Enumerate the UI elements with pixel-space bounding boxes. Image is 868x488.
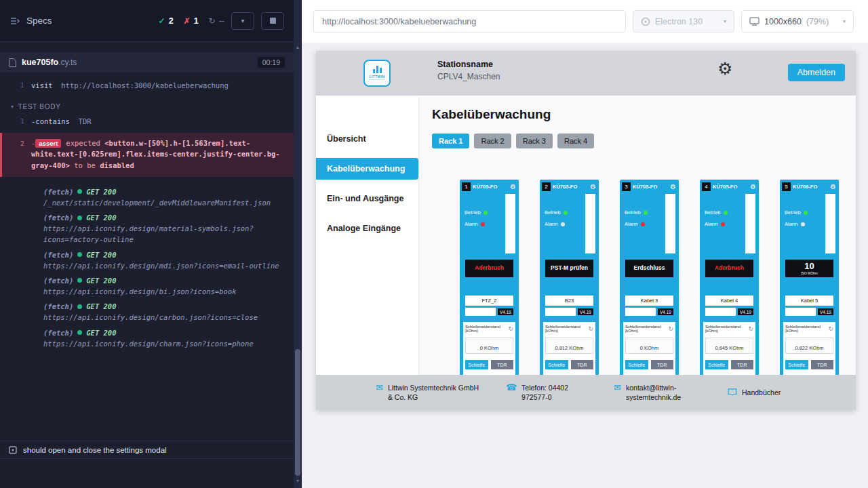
sidebar-item[interactable]: Kabelüberwachung (316, 158, 418, 180)
runner-scrollbar[interactable]: ▲ ▼ (294, 0, 302, 488)
runner-header: Specs ✓2 ✗1 ↻-- ▾ (0, 0, 294, 42)
betrieb-led (484, 211, 488, 215)
scroll-down-arrow[interactable]: ▼ (294, 479, 302, 483)
collapse-button[interactable]: ▾ (231, 12, 254, 30)
sidebar-item[interactable]: Übersicht (316, 128, 418, 150)
scroll-up-arrow[interactable]: ▲ (294, 45, 302, 49)
refresh-icon[interactable]: ↻ (508, 326, 513, 332)
rack-tab[interactable]: Rack 2 (474, 134, 511, 148)
tdr-button[interactable]: TDR (571, 360, 594, 369)
visit-command-row[interactable]: 1 visit http://localhost:3000/kabelueber… (0, 78, 294, 93)
sidebar-item[interactable]: Ein- und Ausgänge (316, 188, 418, 209)
scrollbar-thumb[interactable] (295, 349, 300, 476)
rack-tab[interactable]: Rack 4 (557, 134, 594, 148)
refresh-icon[interactable]: ↻ (588, 326, 593, 332)
cable-module-card: 5 KÜ706-FO ⚙ Betrieb Alarm (780, 180, 839, 375)
aux-field (465, 308, 496, 316)
tdr-button[interactable]: TDR (731, 360, 754, 369)
specs-list-icon[interactable] (9, 16, 20, 26)
module-gear-icon[interactable]: ⚙ (510, 184, 516, 190)
resistance-label: Schleifenwiderstand [kOhm] (785, 325, 828, 333)
rack-tab[interactable]: Rack 1 (432, 134, 469, 148)
rack-tab[interactable]: Rack 3 (516, 134, 553, 148)
tdr-button[interactable]: TDR (491, 360, 514, 369)
pending-count: ↻-- (209, 16, 224, 26)
module-gear-icon[interactable]: ⚙ (830, 184, 836, 190)
station-value: CPLV4_Maschen (437, 72, 500, 81)
fetch-log-row[interactable]: (fetch) GET 200 https://api.iconify.desi… (0, 297, 294, 323)
logout-button[interactable]: Abmelden (788, 64, 845, 81)
footer-item[interactable]: ✉ kontakt@littwin-systemtechnik.de (614, 383, 703, 402)
fetch-log-row[interactable]: (fetch) GET 200 https://api.iconify.desi… (0, 245, 294, 271)
firmware-version: V4.19 (578, 308, 593, 315)
tdr-button[interactable]: TDR (811, 360, 834, 369)
failed-count: ✗1 (184, 16, 199, 26)
fetch-url: https://api.iconify.design/material-symb… (43, 223, 283, 245)
next-test-row[interactable]: should open and close the settings modal (0, 441, 294, 459)
status-display: Aderbruch (465, 260, 513, 277)
browser-selector[interactable]: Electron 130 ▾ (633, 10, 734, 33)
schleife-button[interactable]: Schleife (465, 360, 488, 369)
refresh-icon[interactable]: ↻ (828, 326, 833, 332)
module-gear-icon[interactable]: ⚙ (750, 184, 756, 190)
assert-badge: assert (35, 139, 61, 148)
status-display: Erdschluss (625, 260, 673, 277)
module-gear-icon[interactable]: ⚙ (670, 184, 676, 190)
phone-icon: ☎ (506, 383, 517, 392)
spec-header[interactable]: kue705fo.cy.ts 00:19 (0, 52, 294, 73)
command-number: 1 (20, 116, 31, 127)
footer-item[interactable]: Handbücher (728, 388, 781, 397)
test-body-section[interactable]: ▾ TEST BODY (0, 100, 294, 114)
cable-name-field[interactable]: Kabel 4 (705, 296, 753, 306)
aux-field (545, 308, 576, 316)
fetch-url: https://api.iconify.design/charm.json?ic… (43, 338, 283, 349)
contains-command-row[interactable]: 1 -contains TDR (0, 114, 294, 129)
command-log[interactable]: 1 visit http://localhost:3000/kabelueber… (0, 76, 294, 441)
tdr-button[interactable]: TDR (651, 360, 674, 369)
fetch-status: GET 200 (86, 329, 116, 337)
stop-button[interactable] (261, 12, 284, 30)
specs-label[interactable]: Specs (26, 16, 52, 26)
rack-tab-label: Rack 2 (481, 137, 504, 145)
fetch-log-row[interactable]: (fetch) GET 200 https://api.iconify.desi… (0, 271, 294, 297)
viewport-size-selector[interactable]: 1000x660 (79%) ▾ (741, 10, 854, 33)
app-footer: ✉ Littwin Systemtechnik GmbH & Co. KG ☎ … (316, 375, 856, 410)
resistance-panel: Schleifenwiderstand [kOhm] ↻ 0 KOhm Schl… (463, 322, 515, 375)
spec-name: kue705fo.cy.ts (22, 58, 77, 67)
footer-item[interactable]: ✉ Littwin Systemtechnik GmbH & Co. KG (376, 383, 481, 402)
status-display: Aderbruch (705, 260, 753, 277)
cable-name-field[interactable]: Kabel 3 (625, 296, 673, 306)
module-model: KÜ706-FO (793, 184, 817, 190)
failed-assert-row[interactable]: 2 -assertexpected <button.w-[50%].h-[1.5… (0, 133, 294, 177)
module-number: 1 (462, 182, 471, 191)
schleife-button[interactable]: Schleife (705, 360, 728, 369)
viewport-zoom: (79%) (806, 17, 829, 26)
cable-name-field[interactable]: FTZ_2 (465, 296, 513, 306)
schleife-button[interactable]: Schleife (785, 360, 808, 369)
module-gear-icon[interactable]: ⚙ (590, 184, 596, 190)
fetch-status: GET 200 (86, 251, 116, 259)
status-ok-dot (77, 216, 82, 220)
resistance-panel: Schleifenwiderstand [kOhm] ↻ 0.812 KOhm … (543, 322, 595, 375)
footer-item[interactable]: ☎ Telefon: 04402 972577-0 (506, 383, 589, 402)
fetch-tag: (fetch) (43, 188, 73, 196)
settings-gear-icon[interactable]: ⚙ (717, 60, 732, 77)
fetch-url: /_next/static/development/_devMiddleware… (43, 197, 283, 208)
sidebar-item[interactable]: Analoge Eingänge (316, 218, 418, 239)
book-icon (728, 388, 737, 396)
cable-name-field[interactable]: B23 (545, 296, 593, 306)
schleife-button[interactable]: Schleife (545, 360, 568, 369)
schleife-button[interactable]: Schleife (625, 360, 648, 369)
footer-text: Littwin Systemtechnik GmbH & Co. KG (388, 383, 481, 402)
address-bar[interactable] (314, 17, 625, 26)
chevron-down-icon: ▾ (241, 17, 244, 24)
fetch-log-row[interactable]: (fetch) GET 200 https://api.iconify.desi… (0, 323, 294, 349)
fetch-log-row[interactable]: (fetch) GET 200 https://api.iconify.desi… (0, 208, 294, 245)
resistance-panel: Schleifenwiderstand [kOhm] ↻ 0 KOhm Schl… (623, 322, 675, 375)
refresh-icon[interactable]: ↻ (668, 326, 673, 332)
refresh-icon[interactable]: ↻ (748, 326, 753, 332)
cable-name-field[interactable]: Kabel 5 (785, 296, 833, 306)
fetch-log-row[interactable]: (fetch) GET 200 /_next/static/developmen… (0, 182, 294, 208)
status-ok-dot (77, 278, 82, 283)
command-text: -contains TDR (31, 116, 283, 127)
